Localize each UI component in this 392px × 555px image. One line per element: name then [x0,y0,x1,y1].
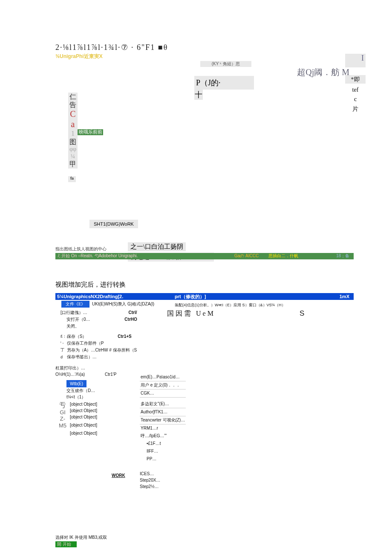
file-menu-items-2: 枉晨打印出）… O½H(1)…'Λ\(a) Ctr1'P Wtb(E) 交互彼作… [55,365,354,436]
section-caption: 视图增加完后，进行转换 [55,281,392,289]
export-item[interactable]: PP… [146,455,186,463]
export-item[interactable]: em(E)…Pa\aso1id… [140,373,186,381]
hotkey: Ctrl/ [129,309,137,316]
tef-item: c [345,95,366,104]
top-right-letter: I [345,54,366,67]
menu-item-t[interactable]: t¼<t（1） [66,394,354,400]
status-hint: 选择对 IK 并使用 MB3,或双 [55,535,354,540]
taskbar-yellow[interactable]: 思插白二．什帆 [268,253,298,259]
hotkey: Ctr1+S [118,333,132,340]
prefix: ᴵ - [61,340,66,346]
menu-area: 文件《E》 UKt(E)WH(S)潛入 G)格式(DZA(l) 装配(4)信息(… [55,301,354,547]
menu-label: 保存（S） [67,334,87,339]
side-char: ¼ [68,153,78,160]
menu-item-save-bookmark[interactable]: d 保存书签出）… [61,354,354,360]
menu-item-utility[interactable]: [object Object] [70,401,354,407]
toolbar-large: 国因需 UeM S [167,309,306,318]
step-item[interactable]: ICES… [140,471,160,477]
taskbar-time: 18；备 [336,253,349,259]
taskbar-left[interactable]: /; 开始 On ○Reatn. 勺Adobehor Unigraphi. [58,253,138,258]
export-item[interactable]: 呼…/IpEG…'" [140,432,186,440]
menu-item-interop[interactable]: 交互彼作（D… [66,387,354,394]
taskbar-orange[interactable]: Gaの AICCC [234,253,259,259]
menu-item-close[interactable]: 关闭。 [61,323,354,330]
export-item[interactable]: IlFF… [146,447,186,455]
menu-label: 枉晨打印出）… [55,366,85,370]
menu-label: 关闭。 [66,323,79,330]
menubar-text[interactable]: UKt(E)WH(S)潛入 G)格式(DZA(l) [92,301,154,307]
glyph: GI [57,409,68,416]
side-char: φφ [68,146,78,153]
prefix: d [61,354,66,360]
toolbar-text: 国因需 UeM [167,310,215,317]
prefix: 丁 [61,347,66,353]
title-left: 5¼UnigraphicsNX2Drafting[2. [57,294,123,299]
work-label: WORK [112,473,125,478]
text-line-1: 之一\口白泊工扬阴 [128,242,186,251]
toolbar-s: S [300,309,306,317]
menu-item-plot[interactable]: O½H(1)…'Λ\(a) Ctr1'P [55,371,354,378]
menu-item-print[interactable]: 枉晨打印出）… [55,365,354,371]
menu-item-save[interactable]: £：。 保存（S） Ctr1+S [61,333,354,340]
tef-item: tef [345,85,366,95]
menu-label: [口行建傀）… [61,310,87,315]
title-right[interactable]: 1mX [340,293,349,300]
hotkey: Ctr1'P [105,372,116,377]
export-submenu: em(E)…Pa\aso1id… 用户 e 定义(0)．．． CGK… 多边彩文… [140,373,186,463]
menu-suffix: # 保存所料（S [109,348,137,352]
export-item[interactable]: Teancwrter 可视化(Z)… [140,416,186,424]
menu-label: 另存为（A）…CtrHW [67,348,108,352]
side-char-a: a [68,119,78,129]
menu-item-xh0[interactable]: [object Object] [70,414,354,420]
export-item[interactable]: YRM1…r [140,424,186,432]
menu-item-recent[interactable]: [object Object] [70,422,354,428]
formula-header: 2·⅛l1⅞l1⅞l·1¾l·⑦ · 6"F1 ■θ [55,43,392,52]
side-char: 告 [68,101,78,109]
menu-label: 仅保存工作部件（P [67,341,104,346]
export-item[interactable]: Author]fTK1… [140,408,186,416]
tef-list: tef c 片 [345,85,366,114]
sht-label[interactable]: SHT1(DWG)WoRK [89,220,138,228]
tef-item: 片 [345,105,366,114]
export-button[interactable]: Wtb(E) [66,380,86,387]
step-item[interactable]: Step20X… [140,477,160,483]
footer-hint: 指出图纸上筑人视图的中心 [55,246,392,252]
menu-label: O½H(1)…'Λ\(a) [55,372,85,377]
side-fa: fa [68,176,76,182]
p-block: P（J的· [194,76,254,90]
title-mid: prt（修改的）] [175,293,206,300]
export-item[interactable]: •£1F…t [146,440,186,447]
side-char: 仁 [68,93,78,101]
menu-item-saveas[interactable]: 丁 另存为（A）…CtrHW # 保存所料（S [61,347,354,354]
glyph: 亐 [57,401,68,409]
side-green-tag[interactable]: 映哦乐前前 [78,129,103,135]
chaoqi-main: 超Qj阈．舫 M [297,67,349,77]
menu-label: 安打开（0… [66,316,90,323]
step-col: ICES… Step20X… Step2½… [140,471,160,490]
side-char: 图 [68,138,78,146]
left-glyph-col: 亐 GI Z- M5 [57,401,68,429]
prefix: £：。 [61,333,66,339]
taskbar-1[interactable]: /; 开始 On ○Reatn. 勺Adobehor Unigraphi. Ga… [55,253,354,259]
menu-item-ugopen[interactable]: [object Object] [70,407,354,414]
hotkey: CtrHO [124,316,137,323]
glyph: M5 [57,422,68,429]
menu-label: 保存书签出）… [67,355,97,359]
plus-icon[interactable]: 十 [194,90,203,100]
export-item[interactable]: 用户 e 定义(0)．．． [140,381,186,389]
side-char: 1 [68,129,78,137]
left-sidebar: 仁 告 C a 1 映哦乐前前 图 φφ ¼ 甲 fa [68,93,392,182]
title-bar: 5¼UnigraphicsNX2Drafting[2. prt（修改的）] 1m… [55,293,354,300]
menu-item-save-work[interactable]: ᴵ - 仅保存工作部件（P [61,340,354,347]
app-title: ⅜UnigraPhi近東実X [55,53,392,60]
file-menu-button[interactable]: 文件《E》 [61,301,89,308]
start-button[interactable]: 開 开始 [55,541,77,547]
menu-item-exit[interactable]: [object Object] [70,430,354,436]
export-item[interactable]: 多边彩文"(E)… [140,400,186,408]
export-item[interactable]: CGK… [140,389,186,398]
menubar-right[interactable]: 装配(4)信息(1)分析。）W≪I（E）应用 S）窗口（&）VS¼（H） [175,302,285,308]
top-tab[interactable]: (KY丶角組）思 [200,61,251,67]
step-item[interactable]: Step2½… [140,483,160,490]
chaoqi-text: 超Qj阈．舫 M [297,67,349,78]
side-char: 甲 [68,160,78,168]
